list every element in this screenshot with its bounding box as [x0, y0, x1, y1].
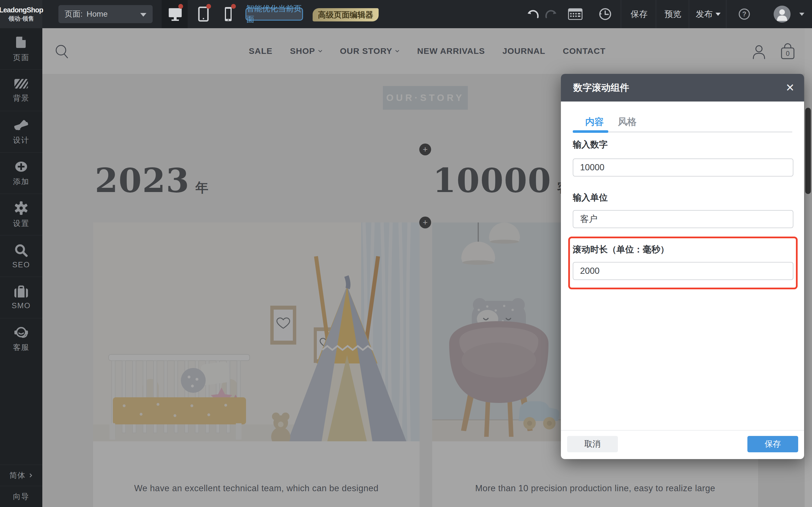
nav-item-our-story[interactable]: OUR STORY [340, 46, 400, 56]
scrollbar-thumb[interactable] [805, 108, 811, 194]
nav-item-contact[interactable]: CONTACT [563, 46, 605, 56]
cart-count: 0 [786, 50, 790, 57]
chevron-down-icon [318, 49, 323, 53]
save-button[interactable]: 保存 [747, 436, 798, 452]
leadong-logo[interactable]: LeadongShop 领动·领售 [0, 0, 42, 28]
page-selector-value: Home [87, 10, 108, 19]
tab-active-indicator [573, 130, 608, 133]
redo-icon [543, 7, 558, 21]
add-icon [14, 160, 28, 174]
divider [621, 0, 621, 28]
sidebar-item-label: 设置 [13, 218, 29, 228]
tab-content[interactable]: 内容 [585, 116, 604, 128]
seo-icon [14, 243, 29, 258]
counter-value: 2023 [95, 161, 190, 200]
history-button[interactable] [595, 0, 615, 28]
notification-dot [231, 4, 236, 9]
field-label-unit: 输入单位 [573, 192, 608, 204]
undo-icon [526, 7, 541, 21]
page-selector[interactable]: 页面: Home [58, 5, 153, 23]
sidebar: 页面 背景 设计 [0, 28, 42, 507]
nav-item-sale[interactable]: SALE [249, 46, 273, 56]
divider [726, 0, 726, 28]
save-button[interactable]: 保存 [622, 0, 656, 28]
caption-text: We have an excellent technical team, whi… [93, 483, 420, 494]
grid-button[interactable] [565, 0, 585, 28]
svg-text:?: ? [742, 10, 747, 18]
advanced-editor-button[interactable]: 高级页面编辑器 [313, 8, 379, 21]
duration-input[interactable] [573, 262, 793, 280]
close-icon[interactable]: ✕ [786, 74, 795, 102]
number-input[interactable] [573, 159, 793, 176]
support-icon [13, 325, 29, 339]
account-icon[interactable] [751, 44, 767, 60]
undo-button[interactable] [525, 0, 542, 28]
sidebar-item-background[interactable]: 背景 [0, 70, 42, 111]
site-header: SALE SHOP OUR STORY NEW ARRIVALS JOURNAL… [42, 28, 812, 74]
language-switcher[interactable]: 简体 [0, 465, 42, 486]
sidebar-item-design[interactable]: 设计 [0, 111, 42, 153]
field-label-number: 输入数字 [573, 139, 608, 151]
add-section-button[interactable]: + [419, 144, 431, 155]
notification-dot [206, 4, 211, 9]
logo-text: LeadongShop [0, 6, 43, 14]
settings-icon [14, 201, 29, 215]
sidebar-item-settings[interactable]: 设置 [0, 194, 42, 235]
modal-header: 数字滚动组件 ✕ [561, 74, 804, 102]
guide-button[interactable]: 向导 [0, 486, 42, 507]
unit-input[interactable] [573, 210, 793, 228]
chevron-down-icon [715, 13, 720, 16]
account-menu-button[interactable] [796, 0, 808, 28]
caption-text: More than 10 precision production line, … [432, 483, 758, 494]
tablet-preview-button[interactable] [190, 0, 216, 28]
divider [656, 0, 656, 28]
sidebar-item-label: 添加 [13, 176, 29, 187]
cart-icon[interactable]: 0 [778, 42, 797, 61]
grid-icon [567, 7, 584, 21]
counter-customers[interactable]: 10000 客户 [433, 161, 583, 200]
pages-icon [14, 35, 29, 50]
help-icon: ? [738, 8, 751, 20]
tab-style[interactable]: 风格 [618, 116, 637, 128]
smart-optimize-button[interactable]: 智能优化当前页面 [246, 8, 303, 20]
app-root: LeadongShop 领动·领售 页面: Home [0, 0, 812, 507]
counter-year[interactable]: 2023 年 [95, 161, 208, 200]
counter-unit: 年 [195, 179, 208, 196]
sidebar-item-seo[interactable]: SEO [0, 235, 42, 277]
sidebar-item-label: 设计 [13, 135, 29, 145]
redo-button[interactable] [542, 0, 559, 28]
sidebar-item-pages[interactable]: 页面 [0, 28, 42, 70]
chevron-down-icon [799, 13, 804, 16]
nursery-photo [93, 222, 420, 441]
account-avatar[interactable] [774, 6, 791, 22]
cancel-button[interactable]: 取消 [567, 436, 618, 452]
smo-icon [13, 285, 29, 299]
sidebar-item-smo[interactable]: SMO [0, 277, 42, 318]
desktop-preview-button[interactable] [162, 0, 188, 28]
sidebar-item-add[interactable]: 添加 [0, 153, 42, 194]
help-button[interactable]: ? [736, 0, 753, 28]
preview-button[interactable]: 预览 [657, 0, 689, 28]
page-selector-label: 页面: [65, 9, 83, 19]
mobile-preview-button[interactable] [215, 0, 241, 28]
field-label-duration: 滚动时长（单位：毫秒） [573, 244, 669, 256]
logo-subtext: 领动·领售 [8, 15, 34, 22]
nav-item-journal[interactable]: JOURNAL [502, 46, 545, 56]
user-icon [774, 6, 791, 22]
chevron-right-icon [29, 473, 33, 478]
nav-item-new-arrivals[interactable]: NEW ARRIVALS [417, 46, 485, 56]
publish-label: 发布 [696, 8, 713, 20]
sidebar-item-label: SEO [12, 261, 30, 269]
add-section-button[interactable]: + [419, 217, 431, 228]
nav-item-shop[interactable]: SHOP [290, 46, 323, 56]
scrollbar-track[interactable] [805, 28, 812, 507]
counter-value: 10000 [433, 161, 552, 200]
chevron-down-icon [395, 49, 399, 53]
story-badge[interactable]: OUR·STORY [383, 86, 468, 110]
background-icon [13, 77, 29, 90]
publish-button[interactable]: 发布 [690, 0, 726, 28]
divider [689, 0, 689, 28]
guide-label: 向导 [13, 492, 29, 502]
sidebar-item-support[interactable]: 客服 [0, 318, 42, 359]
history-icon [598, 6, 613, 22]
